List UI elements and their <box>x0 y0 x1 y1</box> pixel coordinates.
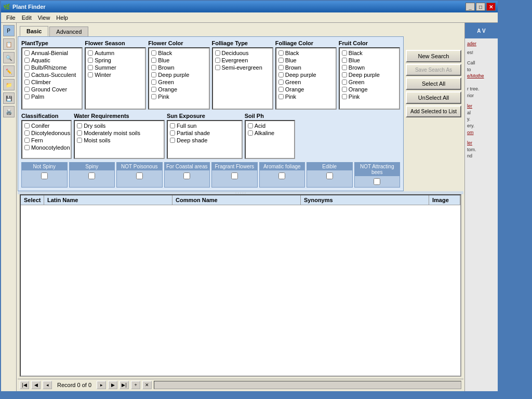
sidebar-icon-2[interactable]: 📋 <box>3 38 15 50</box>
list-item[interactable]: Blue <box>341 57 398 64</box>
plant-type-list[interactable]: Annual-Bienial Aquatic Bulb/Rhizome Cact… <box>21 47 83 110</box>
unselect-all-button[interactable]: UnSelect All <box>406 91 461 104</box>
list-item[interactable]: Cactus-Succulent <box>23 71 81 78</box>
checkbox-palm[interactable] <box>24 94 30 99</box>
list-item[interactable]: Full sun <box>169 122 241 129</box>
list-item[interactable]: Black <box>277 49 335 57</box>
list-item[interactable]: Brown <box>277 64 335 71</box>
special-filter-edible[interactable]: Edible <box>307 162 353 188</box>
checkbox-folc-brown[interactable] <box>278 65 284 70</box>
list-item[interactable]: Autumn <box>87 49 144 57</box>
checkbox-modmoist[interactable] <box>77 130 82 136</box>
sidebar-icon-1[interactable]: P <box>3 25 15 36</box>
classification-list[interactable]: Conifer Dicotyledonous Fern Monocotyledo… <box>21 120 72 159</box>
foliage-type-list[interactable]: Deciduous Evergreen Semi-evergreen <box>212 47 273 110</box>
checkbox-bulb[interactable] <box>24 65 30 70</box>
flower-season-list[interactable]: Autumn Spring Summer Winter <box>85 47 146 110</box>
checkbox-folc-deeppurple[interactable] <box>278 72 284 77</box>
list-item[interactable]: Moderately moist soils <box>76 129 163 137</box>
sidebar-icon-7[interactable]: 🖨️ <box>3 106 15 117</box>
fruit-color-list[interactable]: Black Blue Brown Deep purple Green Orang… <box>339 47 400 110</box>
sidebar-icon-4[interactable]: ✏️ <box>3 65 15 77</box>
list-item[interactable]: Evergreen <box>214 57 271 64</box>
list-item[interactable]: Moist soils <box>76 137 163 144</box>
list-item[interactable]: Brown <box>341 64 398 71</box>
list-item[interactable]: Orange <box>150 86 207 93</box>
nav-last-button[interactable]: ▶| <box>119 381 129 389</box>
checkbox-frc-brown[interactable] <box>342 65 347 70</box>
list-item[interactable]: Ground Cover <box>23 86 81 93</box>
checkbox-dry[interactable] <box>77 123 82 128</box>
checkbox-fc-pink[interactable] <box>151 94 156 99</box>
checkbox-summer[interactable] <box>88 65 93 70</box>
right-panel-link-5[interactable]: ler <box>467 140 496 147</box>
menu-view[interactable]: View <box>35 14 54 22</box>
nav-delete-button[interactable]: ✕ <box>142 381 152 389</box>
checkbox-spiny[interactable] <box>88 172 95 179</box>
nav-prev-button[interactable]: ◀ <box>31 381 41 389</box>
list-item[interactable]: Pink <box>277 93 335 100</box>
right-panel-link-1[interactable]: ader <box>467 41 496 47</box>
checkbox-frc-black[interactable] <box>342 50 347 56</box>
menu-help[interactable]: Help <box>53 14 71 22</box>
nav-next2-button[interactable]: ▸ <box>97 381 106 389</box>
list-item[interactable]: Partial shade <box>169 129 241 137</box>
checkbox-fc-black[interactable] <box>151 50 156 56</box>
checkbox-not-poisonous[interactable] <box>136 172 143 179</box>
list-item[interactable]: Deep purple <box>277 71 335 78</box>
special-filter-aromatic[interactable]: Aromatic foliage <box>259 162 305 188</box>
checkbox-fc-brown[interactable] <box>151 65 156 70</box>
checkbox-folc-green[interactable] <box>278 79 284 85</box>
checkbox-fc-blue[interactable] <box>151 58 156 63</box>
list-item[interactable]: Green <box>341 78 398 86</box>
checkbox-partialshade[interactable] <box>170 130 175 136</box>
special-filter-not-bees[interactable]: NOT Attracting bees <box>354 162 401 188</box>
list-item[interactable]: Climber <box>23 78 81 86</box>
select-all-button[interactable]: Select All <box>406 77 461 90</box>
list-item[interactable]: Dry soils <box>76 122 163 129</box>
list-item[interactable]: Spring <box>87 57 144 64</box>
minimize-button[interactable]: _ <box>466 3 475 11</box>
nav-first-button[interactable]: |◀ <box>20 381 29 389</box>
list-item[interactable]: Aquatic <box>23 57 81 64</box>
list-item[interactable]: Brown <box>150 64 207 71</box>
nav-add-button[interactable]: + <box>131 381 140 389</box>
right-panel-link-2[interactable]: e/Mothe <box>467 73 496 79</box>
list-item[interactable]: Green <box>277 78 335 86</box>
checkbox-aromatic[interactable] <box>278 172 285 179</box>
checkbox-cactus[interactable] <box>24 72 30 77</box>
flower-color-list[interactable]: Black Blue Brown Deep purple Green Orang… <box>148 47 209 110</box>
checkbox-frc-green[interactable] <box>342 79 347 85</box>
horizontal-scrollbar[interactable] <box>154 381 461 389</box>
checkbox-dicotyledonous[interactable] <box>24 130 30 136</box>
close-button[interactable]: ✕ <box>486 3 496 11</box>
checkbox-fullsun[interactable] <box>170 123 175 128</box>
checkbox-edible[interactable] <box>326 172 333 179</box>
list-item[interactable]: Blue <box>277 57 335 64</box>
checkbox-conifer[interactable] <box>24 123 30 128</box>
checkbox-spring[interactable] <box>88 58 93 63</box>
checkbox-frc-pink[interactable] <box>342 94 347 99</box>
list-item[interactable]: Deep purple <box>341 71 398 78</box>
checkbox-fragrant[interactable] <box>231 172 238 179</box>
checkbox-autumn[interactable] <box>88 50 93 56</box>
checkbox-coastal[interactable] <box>183 172 190 179</box>
list-item[interactable]: Dicotyledonous <box>23 129 70 137</box>
list-item[interactable]: Monocotyledon <box>23 144 70 151</box>
sidebar-icon-5[interactable]: 📁 <box>3 79 15 90</box>
list-item[interactable]: Alkaline <box>247 129 293 137</box>
checkbox-groundcover[interactable] <box>24 87 30 92</box>
list-item[interactable]: Black <box>341 49 398 57</box>
list-item[interactable]: Orange <box>277 86 335 93</box>
checkbox-fc-deeppurple[interactable] <box>151 72 156 77</box>
checkbox-annual[interactable] <box>24 50 30 56</box>
right-panel-link-4[interactable]: om <box>467 129 496 136</box>
checkbox-folc-black[interactable] <box>278 50 284 56</box>
list-item[interactable]: Pink <box>341 93 398 100</box>
checkbox-climber[interactable] <box>24 79 30 85</box>
special-filter-spiny[interactable]: Spiny <box>69 162 115 188</box>
checkbox-evergreen[interactable] <box>215 58 220 63</box>
checkbox-frc-deeppurple[interactable] <box>342 72 347 77</box>
checkbox-fern[interactable] <box>24 138 30 143</box>
checkbox-frc-blue[interactable] <box>342 58 347 63</box>
